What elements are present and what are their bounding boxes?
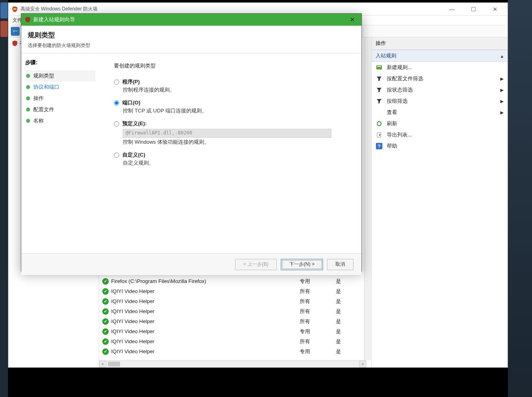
enabled-check-icon: ✔: [102, 338, 109, 345]
step-bullet-icon: [26, 96, 30, 100]
action-item[interactable]: 查看▶: [372, 107, 508, 118]
table-row[interactable]: ✔IQIYI Video Helper专用是: [102, 326, 367, 336]
enabled-check-icon: ✔: [102, 328, 109, 335]
none-icon: [376, 109, 383, 116]
submenu-arrow-icon: ▶: [500, 88, 504, 93]
enabled-check-icon: ✔: [102, 348, 109, 355]
action-item[interactable]: 按配置文件筛选▶: [372, 73, 508, 84]
wizard-footer: < 上一步(B) 下一步(N) > 取消: [21, 253, 361, 275]
vertical-scrollbar[interactable]: [364, 37, 371, 360]
actions-header: 操作: [372, 37, 508, 50]
horizontal-scrollbar[interactable]: < >: [99, 360, 366, 367]
scroll-left-button[interactable]: <: [99, 361, 106, 367]
action-item[interactable]: 按状态筛选▶: [372, 84, 508, 96]
step-bullet-icon: [26, 119, 30, 123]
svg-rect-2: [377, 66, 381, 67]
steps-label: 步骤:: [25, 59, 95, 66]
enabled-check-icon: ✔: [102, 288, 109, 295]
table-row[interactable]: ✔IQIYI Video Helper所有是: [102, 316, 367, 326]
radio-port[interactable]: [114, 100, 119, 106]
submenu-arrow-icon: ▶: [500, 99, 504, 104]
enabled-check-icon: ✔: [102, 308, 109, 315]
enabled-check-icon: ✔: [102, 298, 109, 305]
wizard-steps-pane: 步骤: 规则类型协议和端口操作配置文件名称: [21, 53, 99, 253]
filter-icon: [376, 75, 383, 82]
actions-section-title[interactable]: 入站规则 ▴: [372, 50, 508, 62]
action-item[interactable]: 按组筛选▶: [372, 96, 508, 107]
wizard-step[interactable]: 规则类型: [25, 70, 95, 81]
wizard-content: 要创建的规则类型 程序(P) 控制程序连接的规则。 端口(O) 控制 TCP 或…: [99, 53, 361, 253]
action-item[interactable]: ?帮助: [372, 140, 508, 152]
enabled-check-icon: ✔: [102, 278, 109, 285]
wizard-title: 新建入站规则向导: [33, 16, 346, 23]
wizard-close-button[interactable]: ✕: [346, 16, 358, 23]
close-button[interactable]: ✕: [489, 6, 501, 12]
maximize-button[interactable]: ☐: [467, 6, 479, 12]
action-item[interactable]: 新建规则...: [372, 62, 508, 73]
scroll-thumb[interactable]: [108, 362, 120, 366]
option-predefined[interactable]: 预定义(E): @FirewallAPI.dll,-80200 控制 Windo…: [114, 120, 347, 146]
nav-back-button[interactable]: ⭠: [11, 27, 20, 36]
predefined-dropdown[interactable]: @FirewallAPI.dll,-80200: [123, 129, 331, 138]
wizard-step[interactable]: 名称: [25, 115, 95, 126]
radio-custom[interactable]: [114, 153, 119, 158]
action-item[interactable]: 导出列表...: [372, 129, 508, 140]
action-item[interactable]: 刷新: [372, 118, 508, 129]
table-row[interactable]: ✔Firefox (C:\Program Files\Mozilla Firef…: [102, 276, 367, 286]
scroll-right-button[interactable]: >: [359, 361, 366, 367]
table-row[interactable]: ✔IQIYI Video Helper所有是: [102, 286, 367, 296]
submenu-arrow-icon: ▶: [500, 76, 504, 81]
step-bullet-icon: [26, 85, 30, 89]
actions-pane: 操作 入站规则 ▴ 新建规则...按配置文件筛选▶按状态筛选▶按组筛选▶查看▶刷…: [371, 37, 508, 367]
filter-icon: [376, 86, 383, 94]
help-icon: ?: [376, 143, 383, 150]
wizard-page-title: 规则类型: [28, 31, 355, 40]
wizard-icon: [24, 16, 31, 23]
desktop-left-strip: [0, 0, 8, 397]
enabled-check-icon: ✔: [102, 318, 109, 325]
svg-rect-0: [13, 8, 16, 10]
table-row[interactable]: ✔IQIYI Video Helper所有是: [102, 306, 367, 316]
wizard-page-header: 规则类型 选择要创建的防火墙规则类型: [21, 26, 361, 53]
collapse-icon[interactable]: ▴: [501, 53, 504, 59]
radio-program[interactable]: [114, 79, 119, 85]
radio-predefined[interactable]: [114, 121, 119, 126]
option-program[interactable]: 程序(P) 控制程序连接的规则。: [114, 78, 347, 94]
main-window-title: 高级安全 Windows Defender 防火墙: [20, 6, 446, 12]
svg-rect-1: [376, 65, 382, 69]
option-custom[interactable]: 自定义(C) 自定义规则。: [114, 151, 347, 167]
rule-type-prompt: 要创建的规则类型: [114, 62, 347, 69]
minimize-button[interactable]: —: [446, 6, 458, 12]
wizard-step[interactable]: 协议和端口: [25, 81, 95, 93]
firewall-icon: [12, 6, 18, 12]
submenu-arrow-icon: ▶: [500, 110, 504, 115]
next-button[interactable]: 下一步(N) >: [281, 259, 323, 270]
table-row[interactable]: ✔IQIYI Video Helper专用是: [102, 346, 367, 356]
back-button[interactable]: < 上一步(B): [235, 259, 277, 270]
rule-icon: [376, 64, 383, 71]
refresh-icon: [376, 120, 383, 127]
svg-text:?: ?: [378, 144, 381, 149]
desktop-right-strip: [508, 0, 532, 397]
step-bullet-icon: [26, 108, 30, 112]
wizard-step[interactable]: 配置文件: [25, 104, 95, 115]
wizard-page-subtitle: 选择要创建的防火墙规则类型: [28, 42, 355, 49]
step-bullet-icon: [26, 74, 30, 78]
option-port[interactable]: 端口(O) 控制 TCP 或 UDP 端口连接的规则。: [114, 99, 347, 114]
export-icon: [376, 131, 383, 138]
filter-icon: [376, 98, 383, 105]
new-inbound-rule-wizard: 新建入站规则向导 ✕ 规则类型 选择要创建的防火墙规则类型 步骤: 规则类型协议…: [21, 13, 362, 272]
table-row[interactable]: ✔IQIYI Video Helper所有是: [102, 336, 367, 346]
wizard-step[interactable]: 操作: [25, 93, 95, 104]
cancel-button[interactable]: 取消: [327, 259, 353, 270]
table-row[interactable]: ✔IQIYI Video Helper所有是: [102, 296, 367, 306]
wizard-titlebar[interactable]: 新建入站规则向导 ✕: [21, 14, 361, 26]
